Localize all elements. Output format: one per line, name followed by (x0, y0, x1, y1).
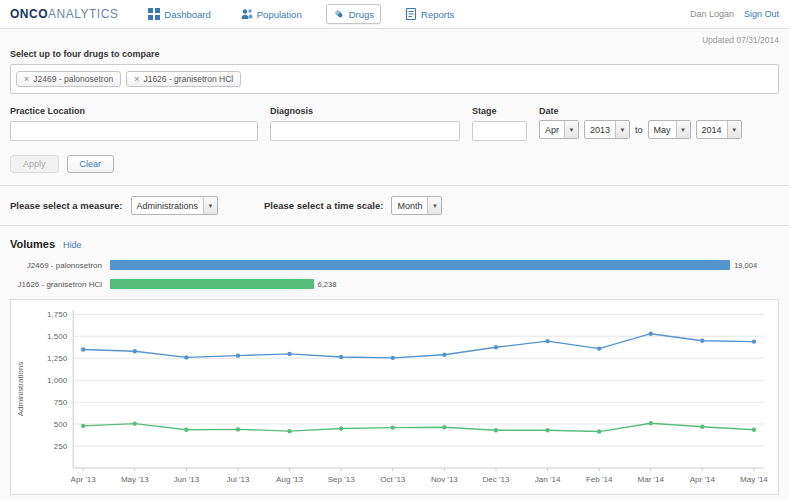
dashboard-icon (148, 8, 160, 20)
svg-text:250: 250 (54, 442, 68, 451)
date-from-year-value: 2013 (585, 121, 615, 138)
svg-text:Jul '13: Jul '13 (227, 475, 250, 484)
svg-text:Mar '14: Mar '14 (638, 475, 665, 484)
nav-population-label: Population (257, 9, 302, 20)
app-logo: ONCOANALYTICS (10, 7, 118, 21)
date-to-year-value: 2014 (697, 121, 727, 138)
timescale-select[interactable]: Month ▼ (391, 196, 442, 215)
volumes-title: Volumes (10, 238, 55, 250)
dropdown-arrow-icon: ▼ (427, 197, 441, 214)
svg-text:Oct '13: Oct '13 (380, 475, 406, 484)
bar-value-label: 6,238 (318, 280, 337, 289)
svg-text:May '14: May '14 (740, 475, 768, 484)
drug-select-label: Select up to four drugs to compare (10, 49, 779, 59)
diagnosis-input[interactable] (270, 121, 460, 141)
svg-text:1,750: 1,750 (47, 310, 68, 319)
date-from-month-select[interactable]: Apr ▼ (539, 120, 579, 139)
bar-category-label: J2469 - palonosetron (10, 261, 110, 270)
measure-select[interactable]: Administrations ▼ (131, 196, 219, 215)
filter-row: Practice Location Diagnosis Stage Date A… (10, 106, 779, 141)
bar-palonosetron (110, 260, 730, 270)
reports-icon (405, 8, 417, 20)
svg-text:Jan '14: Jan '14 (535, 475, 561, 484)
drug-tag-label: J2469 - palonosetron (33, 74, 113, 84)
bar-granisetron (110, 279, 314, 289)
bar-track: 19,004 (110, 260, 779, 270)
dropdown-arrow-icon: ▼ (615, 121, 629, 138)
svg-text:Sep '13: Sep '13 (328, 475, 355, 484)
trend-line-chart: 2505007501,0001,2501,5001,750Apr '13May … (10, 299, 779, 495)
line-chart-svg: 2505007501,0001,2501,5001,750Apr '13May … (11, 300, 778, 494)
volumes-header: Volumes Hide (10, 238, 779, 250)
divider (0, 225, 789, 226)
date-from-month-value: Apr (540, 121, 564, 138)
svg-text:1,500: 1,500 (47, 332, 68, 341)
updated-text: Updated 07/31/2014 (10, 35, 779, 45)
svg-text:Jun '13: Jun '13 (174, 475, 200, 484)
practice-location-input[interactable] (10, 121, 258, 141)
practice-location-filter: Practice Location (10, 106, 258, 141)
logo-secondary: ANALYTICS (48, 7, 118, 21)
diagnosis-filter: Diagnosis (270, 106, 460, 141)
svg-text:Dec '13: Dec '13 (483, 475, 510, 484)
nav-drugs[interactable]: Drugs (326, 4, 381, 24)
dropdown-arrow-icon: ▼ (564, 121, 578, 138)
svg-text:Apr '14: Apr '14 (690, 475, 716, 484)
dropdown-arrow-icon: ▼ (203, 197, 217, 214)
bar-row: J2469 - palonosetron 19,004 (10, 260, 779, 270)
filter-actions: Apply Clear (10, 155, 779, 173)
date-label: Date (539, 106, 742, 116)
stage-input[interactable] (472, 121, 527, 141)
svg-text:500: 500 (54, 420, 68, 429)
user-name: Dan Logan (690, 9, 734, 19)
nav-reports[interactable]: Reports (399, 5, 460, 23)
svg-text:1,000: 1,000 (47, 376, 68, 385)
nav-reports-label: Reports (421, 9, 454, 20)
bar-track: 6,238 (110, 279, 779, 289)
top-nav: ONCOANALYTICS Dashboard Population Drugs… (0, 0, 789, 29)
date-to-month-select[interactable]: May ▼ (648, 120, 691, 139)
remove-tag-icon[interactable]: × (134, 75, 139, 84)
clear-button[interactable]: Clear (67, 155, 115, 173)
date-to-year-select[interactable]: 2014 ▼ (696, 120, 742, 139)
svg-text:1,250: 1,250 (47, 354, 68, 363)
nav-population[interactable]: Population (235, 5, 308, 23)
sign-out-link[interactable]: Sign Out (744, 9, 779, 19)
measure-value: Administrations (132, 197, 204, 214)
dropdown-arrow-icon: ▼ (676, 121, 690, 138)
diagnosis-label: Diagnosis (270, 106, 460, 116)
stage-filter: Stage (472, 106, 527, 141)
date-to-month-value: May (649, 121, 676, 138)
volume-bar-chart: J2469 - palonosetron 19,004 J1626 - gran… (10, 260, 779, 289)
apply-button[interactable]: Apply (10, 155, 59, 173)
date-filter: Date Apr ▼ 2013 ▼ to May ▼ 2014 ▼ (539, 106, 742, 141)
measure-row: Please select a measure: Administrations… (10, 186, 779, 225)
drug-tag: × J1626 - granisetron HCl (126, 71, 241, 87)
svg-text:Aug '13: Aug '13 (276, 475, 303, 484)
timescale-label: Please select a time scale: (264, 200, 383, 211)
dropdown-arrow-icon: ▼ (727, 121, 741, 138)
bar-row: J1626 - granisetron HCl 6,238 (10, 279, 779, 289)
practice-location-label: Practice Location (10, 106, 258, 116)
measure-label: Please select a measure: (10, 200, 123, 211)
drug-tag: × J2469 - palonosetron (16, 71, 121, 87)
date-from-year-select[interactable]: 2013 ▼ (584, 120, 630, 139)
bar-category-label: J1626 - granisetron HCl (10, 280, 110, 289)
population-icon (241, 8, 253, 20)
svg-text:750: 750 (54, 398, 68, 407)
svg-text:Apr '13: Apr '13 (71, 475, 97, 484)
hide-link[interactable]: Hide (63, 240, 82, 250)
svg-text:Feb '14: Feb '14 (586, 475, 613, 484)
nav-drugs-label: Drugs (349, 9, 374, 20)
remove-tag-icon[interactable]: × (24, 75, 29, 84)
logo-primary: ONCO (10, 7, 48, 21)
drug-tag-input[interactable]: × J2469 - palonosetron × J1626 - granise… (10, 64, 779, 94)
nav-dashboard-label: Dashboard (164, 9, 210, 20)
svg-text:May '13: May '13 (121, 475, 149, 484)
bar-value-label: 19,004 (734, 261, 757, 270)
nav-dashboard[interactable]: Dashboard (142, 5, 216, 23)
main-nav: Dashboard Population Drugs Reports (142, 4, 460, 24)
svg-text:Administrations: Administrations (16, 362, 25, 417)
drug-tag-label: J1626 - granisetron HCl (143, 74, 233, 84)
svg-text:Nov '13: Nov '13 (431, 475, 458, 484)
